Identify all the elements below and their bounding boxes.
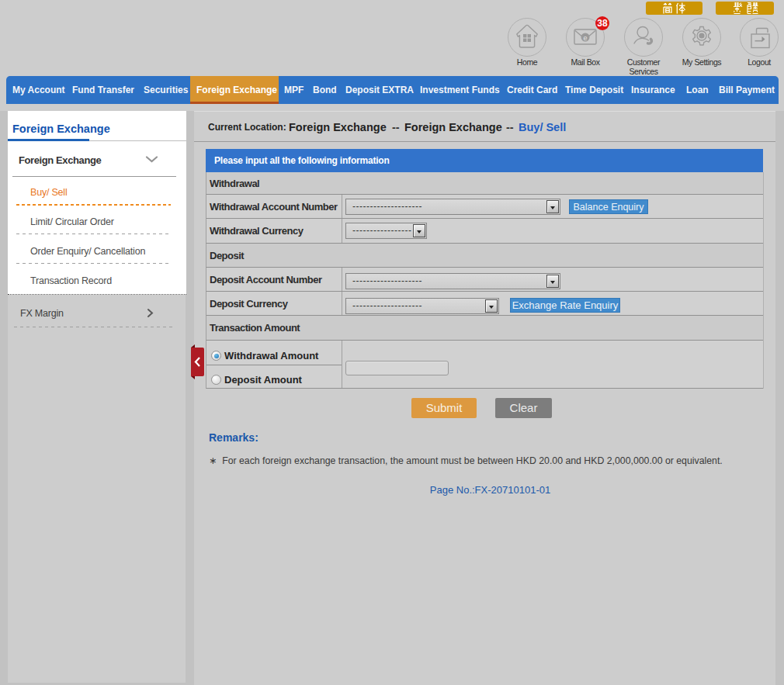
svg-text:e: e [583, 34, 587, 42]
